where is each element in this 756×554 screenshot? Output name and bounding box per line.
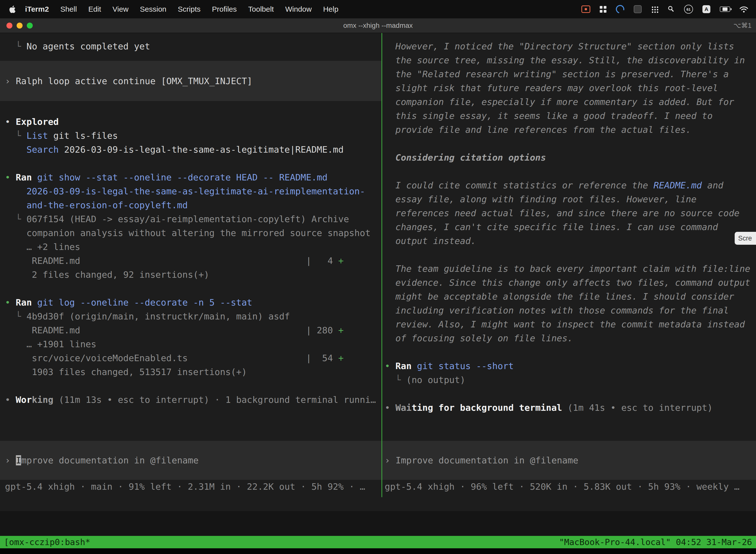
left-input-cursor: I (16, 455, 21, 465)
terminal-line (0, 282, 381, 296)
menubar-item-view[interactable]: View (107, 5, 134, 13)
menubar-item-scripts[interactable]: Scripts (172, 5, 206, 13)
screen-share-tab[interactable]: Scre (735, 232, 756, 245)
terminal-line (382, 345, 756, 359)
window-tiles-icon[interactable] (600, 6, 607, 13)
terminal-line (0, 157, 381, 170)
left-statusline: gpt-5.4 xhigh · main · 91% left · 2.31M … (0, 480, 381, 494)
sync-status-icon[interactable] (614, 3, 626, 15)
terminal-line: • Ran git show --stat --oneline --decora… (0, 170, 381, 184)
inject-banner: ›Ralph loop active continue [OMX_TMUX_IN… (0, 61, 381, 101)
terminal-line: essay file, along with finding root file… (382, 192, 756, 206)
terminal-line: the "Related research writing" section i… (382, 67, 756, 81)
window-title: omx --xhigh --madmax (0, 21, 756, 30)
terminal-line: • Working (11m 13s • esc to interrupt) ·… (0, 393, 381, 407)
inject-label: Ralph loop active continue (16, 76, 156, 86)
terminal-line: • Explored (0, 115, 381, 129)
tmux-host-time: "MacBook-Pro-44.local" 04:52 31-Mar-26 (559, 537, 752, 547)
screen-recording-icon[interactable] (581, 5, 590, 13)
terminal-line: evidence. Since this change only affects… (382, 276, 756, 290)
dots-grid-icon[interactable] (651, 6, 658, 13)
terminal-line: └ (no output) (382, 373, 756, 387)
terminal-line: … +2 lines (0, 240, 381, 254)
terminal-line: src/voice/voiceModeEnabled.ts | 54 + (0, 351, 381, 365)
terminal-line (0, 379, 381, 393)
inject-tag: [OMX_TMUX_INJECT] (155, 76, 252, 86)
terminal-line: this single essay, it seems like a good … (382, 109, 756, 123)
terminal-line: slight risk that future readers may over… (382, 81, 756, 95)
left-input-rest: mprove documentation in @filename (21, 455, 198, 465)
app-status-icon[interactable] (634, 5, 642, 13)
meter-icon[interactable]: 61 (684, 5, 693, 14)
terminal: └ No agents completed yet ›Ralph loop ac… (0, 33, 756, 497)
omx-statusbar: [OMX#0.11.9]cczip/essay/ai-reimplementat… (0, 497, 756, 511)
terminal-line: output instead. (382, 234, 756, 248)
right-pane[interactable]: However, I noticed the "Directory Struct… (382, 33, 756, 497)
terminal-line: • Ran git status --short (382, 359, 756, 373)
left-pane[interactable]: └ No agents completed yet ›Ralph loop ac… (0, 33, 381, 497)
input-source-icon[interactable]: A (702, 5, 710, 13)
terminal-line: including verification notes with those … (382, 303, 756, 318)
right-statusline: gpt-5.4 xhigh · 96% left · 520K in · 5.8… (382, 480, 756, 494)
terminal-line: … +1901 lines (0, 337, 381, 351)
window-shortcut-label: ⌥⌘1 (734, 21, 756, 30)
close-button[interactable] (6, 22, 12, 29)
menubar-item-window[interactable]: Window (279, 5, 317, 13)
traffic-lights (0, 22, 33, 29)
bottom-gap (0, 511, 756, 536)
left-input-prompt-icon: › (5, 455, 10, 465)
menubar-menus: iTerm2ShellEditViewSessionScriptsProfile… (5, 5, 344, 13)
battery-icon[interactable] (720, 6, 730, 12)
terminal-line: companion file, especially if more comme… (382, 95, 756, 109)
minimize-button[interactable] (17, 22, 22, 29)
terminal-line: However, I noticed the "Directory Struct… (382, 40, 756, 53)
terminal-line: Considering citation options (382, 151, 756, 165)
zoom-button[interactable] (27, 22, 33, 29)
menubar-item-edit[interactable]: Edit (82, 5, 107, 13)
right-input-prompt-icon: › (385, 455, 390, 465)
terminal-line: I could cite commit statistics or refere… (382, 178, 756, 192)
terminal-line: companion analysis without altering the … (0, 226, 381, 240)
key-icon[interactable] (666, 4, 676, 14)
terminal-line (382, 137, 756, 151)
terminal-line: • Waiting for background terminal (1m 41… (382, 401, 756, 415)
right-input[interactable]: ›Improve documentation in @filename (382, 441, 756, 480)
menubar-item-profiles[interactable]: Profiles (206, 5, 242, 13)
terminal-line: 1903 files changed, 513517 insertions(+) (0, 365, 381, 379)
terminal-line (382, 165, 756, 178)
menubar-item-iterm2[interactable]: iTerm2 (19, 5, 55, 13)
terminal-line: The team guideline is to back every impo… (382, 262, 756, 276)
terminal-line (382, 248, 756, 262)
terminal-line: changes, I can't cite specific file line… (382, 220, 756, 234)
apple-menu-icon[interactable] (5, 5, 19, 13)
wifi-icon[interactable] (740, 6, 748, 13)
terminal-line: the source tree, missing the essay. Stil… (382, 53, 756, 67)
inject-prompt-icon: › (5, 76, 10, 86)
terminal-line: • Ran git log --oneline --decorate -n 5 … (0, 296, 381, 310)
tmux-session-label[interactable]: [omx-cczip0:bash* (4, 537, 90, 547)
titlebar: omx --xhigh --madmax ⌥⌘1 (0, 18, 756, 33)
menubar-item-help[interactable]: Help (317, 5, 344, 13)
terminal-line: └ 4b9d30f (origin/main, instructkr/main,… (0, 310, 381, 323)
terminal-line: might be acceptable alongside the file l… (382, 290, 756, 303)
terminal-line: of focusing solely on file lines. (382, 331, 756, 345)
terminal-line: └ List git ls-files (0, 129, 381, 143)
right-pane-lines: However, I noticed the "Directory Struct… (382, 40, 756, 415)
terminal-line (0, 101, 381, 115)
menubar-status-icons: 61 A (581, 5, 751, 14)
terminal-line: review. Also, I might want to inspect th… (382, 318, 756, 331)
terminal-line: provide file and line references from th… (382, 123, 756, 137)
terminal-line: README.md | 280 + (0, 323, 381, 337)
left-input[interactable]: ›Improve documentation in @filename (0, 441, 381, 480)
terminal-line: Search 2026-03-09-is-legal-the-same-as-l… (0, 143, 381, 157)
menubar-items: iTerm2ShellEditViewSessionScriptsProfile… (19, 5, 344, 13)
terminal-line: 2 files changed, 92 insertions(+) (0, 268, 381, 282)
screen: iTerm2ShellEditViewSessionScriptsProfile… (0, 0, 756, 554)
terminal-line: 2026-03-09-is-legal-the-same-as-legitima… (0, 184, 381, 198)
terminal-line: references need actual files, and since … (382, 206, 756, 220)
menubar-item-shell[interactable]: Shell (55, 5, 82, 13)
menubar-item-toolbelt[interactable]: Toolbelt (243, 5, 279, 13)
terminal-line (382, 387, 756, 401)
left-pane-lines-top: └ No agents completed yet (0, 40, 381, 53)
menubar-item-session[interactable]: Session (134, 5, 172, 13)
